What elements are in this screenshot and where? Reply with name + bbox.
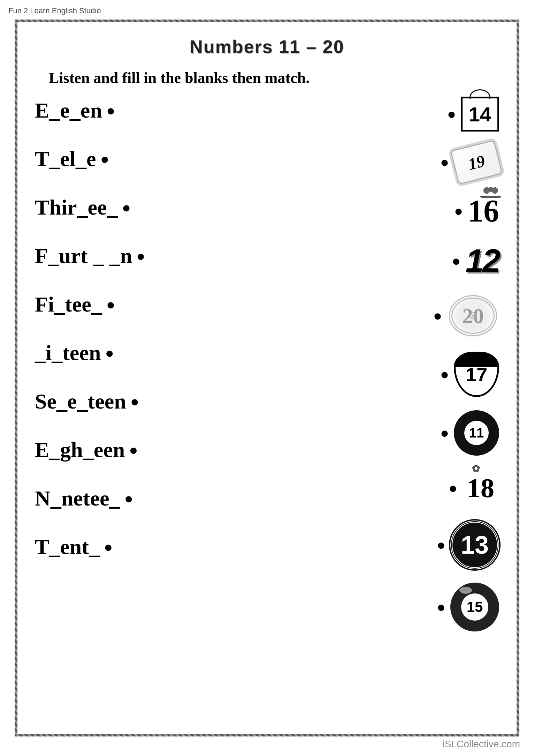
word-text: Thir_ee_ xyxy=(35,195,118,220)
word-text: _i_teen xyxy=(35,340,101,365)
number-row[interactable]: ●18 xyxy=(449,469,499,507)
word-row[interactable]: _i_teen● xyxy=(35,340,304,365)
word-text: T_el_e xyxy=(35,147,96,171)
instruction-text: Listen and fill in the blanks then match… xyxy=(49,69,499,87)
number-18-icon: 18 xyxy=(462,469,499,507)
word-text: Fi_tee_ xyxy=(35,292,102,317)
match-dot: ● xyxy=(105,345,114,361)
word-row[interactable]: E_e_en● xyxy=(35,98,304,123)
number-value: 12 xyxy=(465,242,499,280)
number-row[interactable]: ●14 xyxy=(447,97,499,132)
numbers-column: ●14 ●19 ●16 ●12 ●20 ●17 ●11 ●18 ●13 ●15 xyxy=(323,97,499,710)
word-row[interactable]: N_netee_● xyxy=(35,486,304,511)
word-text: N_netee_ xyxy=(35,486,120,511)
number-value: 19 xyxy=(466,151,487,174)
word-text: T_ent_ xyxy=(35,534,100,559)
header-note: Fun 2 Learn English Studio xyxy=(8,6,101,15)
word-text: E_e_en xyxy=(35,98,102,123)
match-dot: ● xyxy=(136,248,145,264)
match-dot: ● xyxy=(124,490,133,507)
worksheet-frame: Numbers 11 – 20 Listen and fill in the b… xyxy=(15,20,519,736)
number-row[interactable]: ●19 xyxy=(440,145,499,180)
number-14-icon: 14 xyxy=(461,97,499,132)
watermark: iSLCollective.com xyxy=(442,739,520,750)
match-dot: ● xyxy=(100,151,109,167)
word-text: F_urt _ _n xyxy=(35,244,132,268)
match-dot: ● xyxy=(106,296,115,313)
number-row[interactable]: ●12 xyxy=(452,242,499,280)
match-dot: ● xyxy=(452,253,460,269)
word-text: E_gh_een xyxy=(35,437,125,462)
number-row[interactable]: ●16 xyxy=(454,193,499,229)
match-dot: ● xyxy=(440,154,449,171)
match-dot: ● xyxy=(122,199,131,216)
word-row[interactable]: Fi_tee_● xyxy=(35,292,304,317)
match-dot: ● xyxy=(440,425,449,441)
number-19-icon: 19 xyxy=(450,140,503,185)
match-dot: ● xyxy=(454,203,463,219)
number-row[interactable]: ●15 xyxy=(437,583,499,631)
match-dot: ● xyxy=(130,393,139,410)
word-row[interactable]: E_gh_een● xyxy=(35,437,304,462)
number-value: 11 xyxy=(464,421,489,445)
words-column: E_e_en● T_el_e● Thir_ee_● F_urt _ _n● Fi… xyxy=(35,97,304,710)
match-dot: ● xyxy=(437,599,445,615)
number-value: 17 xyxy=(466,363,487,386)
content-columns: E_e_en● T_el_e● Thir_ee_● F_urt _ _n● Fi… xyxy=(35,97,499,710)
match-dot: ● xyxy=(449,480,457,496)
match-dot: ● xyxy=(433,307,442,324)
word-text: Se_e_teen xyxy=(35,389,126,414)
match-dot: ● xyxy=(437,537,445,553)
number-row[interactable]: ●13 xyxy=(437,521,499,569)
word-row[interactable]: T_el_e● xyxy=(35,147,304,171)
word-row[interactable]: Thir_ee_● xyxy=(35,195,304,220)
number-row[interactable]: ●11 xyxy=(440,410,499,456)
number-13-icon: 13 xyxy=(450,521,499,569)
number-value: 20 xyxy=(462,304,484,328)
number-value: 13 xyxy=(461,531,489,559)
number-12-icon: 12 xyxy=(465,242,499,280)
match-dot: ● xyxy=(129,442,138,458)
match-dot: ● xyxy=(106,102,115,119)
number-value: 16 xyxy=(468,193,499,229)
number-row[interactable]: ●17 xyxy=(440,352,499,397)
number-20-icon: 20 xyxy=(447,293,499,338)
word-row[interactable]: Se_e_teen● xyxy=(35,389,304,414)
number-value: 14 xyxy=(469,103,491,126)
word-row[interactable]: F_urt _ _n● xyxy=(35,244,304,268)
number-row[interactable]: ●20 xyxy=(433,293,499,338)
number-17-icon: 17 xyxy=(454,352,499,397)
word-row[interactable]: T_ent_● xyxy=(35,534,304,559)
number-15-icon: 15 xyxy=(450,583,499,631)
match-dot: ● xyxy=(440,366,449,383)
match-dot: ● xyxy=(104,539,113,555)
number-value: 15 xyxy=(461,593,488,621)
number-value: 18 xyxy=(467,472,494,504)
page-title: Numbers 11 – 20 xyxy=(35,36,499,57)
number-11-icon: 11 xyxy=(454,410,499,456)
match-dot: ● xyxy=(447,106,456,122)
number-16-icon: 16 xyxy=(468,193,499,229)
